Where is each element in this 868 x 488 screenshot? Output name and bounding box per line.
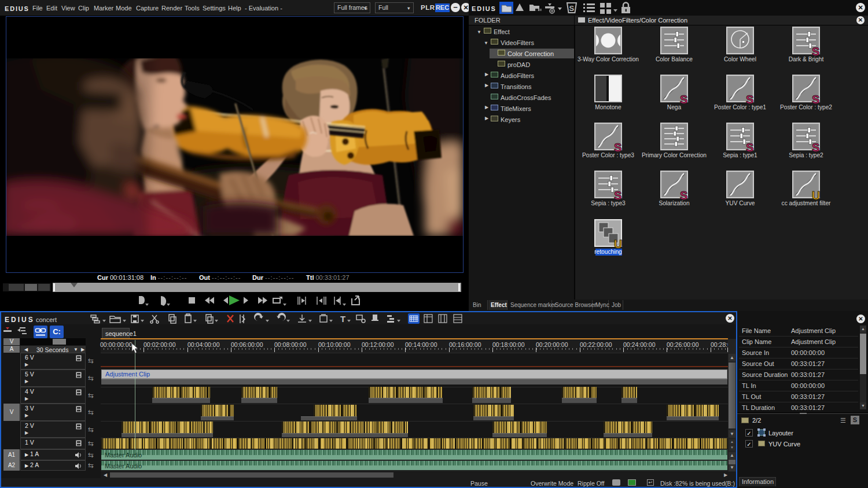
- svg-text:Dark & Bright: Dark & Bright: [789, 56, 824, 62]
- svg-text:Monotone: Monotone: [595, 104, 621, 110]
- svg-text:3-Way Color Correction: 3-Way Color Correction: [578, 56, 639, 62]
- svg-text:S: S: [569, 4, 575, 13]
- svg-text:Color Balance: Color Balance: [656, 56, 693, 62]
- svg-text:Nega: Nega: [667, 104, 682, 110]
- svg-text:Color Wheel: Color Wheel: [724, 56, 756, 62]
- svg-text:Solarization: Solarization: [659, 200, 689, 206]
- svg-text:Primary Color Correction: Primary Color Correction: [642, 152, 707, 158]
- svg-text:T: T: [340, 314, 345, 324]
- svg-text:cc adjustment filter: cc adjustment filter: [782, 200, 832, 206]
- svg-text:Poster Color : type3: Poster Color : type3: [582, 152, 634, 158]
- svg-text:Sepia : type2: Sepia : type2: [789, 152, 823, 158]
- svg-text:Sepia : type1: Sepia : type1: [723, 152, 757, 158]
- svg-text:Poster Color : type2: Poster Color : type2: [780, 104, 832, 110]
- svg-text:Sepia : type3: Sepia : type3: [591, 200, 626, 206]
- svg-text:retouching: retouching: [594, 249, 622, 255]
- svg-text:YUV Curve: YUV Curve: [726, 200, 755, 206]
- svg-text:Poster Color : type1: Poster Color : type1: [714, 104, 766, 110]
